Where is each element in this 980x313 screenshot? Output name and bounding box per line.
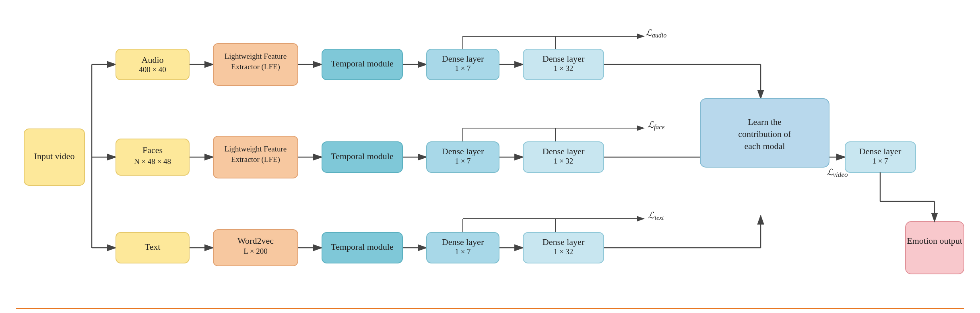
loss-face-label: ℒface: [648, 120, 665, 131]
dense-text-1x7-sublabel: 1 × 7: [455, 247, 470, 256]
temporal-faces-label: Temporal module: [331, 151, 393, 161]
dense-audio-1x32-label: Dense layer: [543, 54, 585, 64]
text-label: Text: [145, 242, 161, 252]
learn-contrib-label3: each modal: [745, 141, 785, 151]
learn-contrib-label2: contribution of: [738, 129, 791, 139]
lfe-audio-label2: Extractor (LFE): [231, 62, 280, 71]
audio-sublabel: 400 × 40: [139, 65, 166, 74]
input-video-label: Input video: [34, 151, 75, 161]
temporal-text-label: Temporal module: [331, 242, 393, 252]
emotion-output-label1: Emotion output: [907, 236, 962, 246]
dense-audio-1x32-sublabel: 1 × 32: [554, 64, 574, 73]
lfe-faces-label1: Lightweight Feature: [225, 145, 287, 153]
word2vec-label: Word2vec: [237, 236, 274, 246]
dense-audio-1x7-sublabel: 1 × 7: [455, 64, 470, 73]
word2vec-sublabel: L × 200: [243, 247, 268, 255]
dense-final-1x7-sublabel: 1 × 7: [872, 157, 888, 165]
lfe-audio-label1: Lightweight Feature: [225, 52, 287, 60]
dense-faces-1x32-label: Dense layer: [543, 146, 585, 156]
lfe-faces-label2: Extractor (LFE): [231, 155, 280, 164]
faces-sublabel: N × 48 × 48: [134, 157, 171, 166]
learn-contrib-label1: Learn the: [748, 117, 782, 127]
dense-faces-1x7-label: Dense layer: [442, 146, 484, 156]
dense-text-1x32-sublabel: 1 × 32: [554, 247, 574, 256]
loss-audio-label: ℒaudio: [646, 28, 666, 39]
dense-text-1x7-label: Dense layer: [442, 237, 484, 247]
emotion-output-box: [906, 222, 964, 274]
loss-text-label: ℒtext: [648, 210, 664, 221]
dense-audio-1x7-label: Dense layer: [442, 54, 484, 64]
architecture-diagram: ℒvideo Input video Audio 400 × 40 Faces …: [16, 20, 964, 294]
dense-faces-1x7-sublabel: 1 × 7: [455, 157, 470, 165]
diagram-container: ℒvideo Input video Audio 400 × 40 Faces …: [16, 8, 964, 304]
temporal-audio-label: Temporal module: [331, 58, 393, 68]
faces-label: Faces: [142, 145, 163, 155]
figure-caption: FIGURE 1. Overview of our architecture f…: [16, 308, 964, 313]
audio-label: Audio: [142, 55, 164, 65]
loss-video-label: ℒvideo: [827, 167, 848, 178]
dense-final-1x7-label: Dense layer: [859, 146, 902, 156]
dense-text-1x32-label: Dense layer: [543, 237, 585, 247]
dense-faces-1x32-sublabel: 1 × 32: [554, 157, 574, 165]
